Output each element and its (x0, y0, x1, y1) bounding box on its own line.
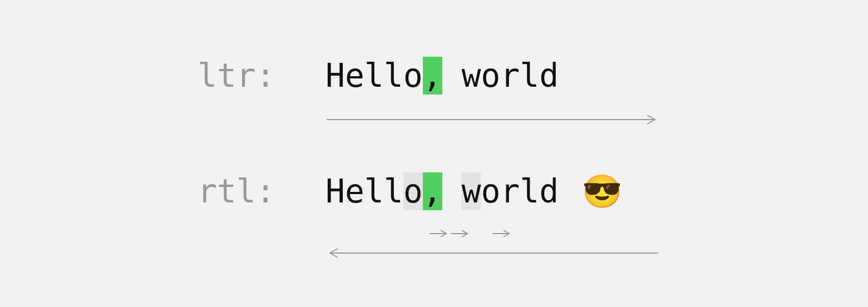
rtl-row: rtl: Hello, world 😎 (198, 172, 622, 210)
rtl-direction-arrow-icon (326, 245, 659, 261)
ltr-text-after: world (442, 57, 559, 95)
ltr-content: Hello, world (326, 57, 559, 95)
rtl-label: rtl: (198, 172, 326, 210)
ltr-direction-arrow-icon (326, 111, 659, 128)
rtl-space (442, 172, 462, 210)
rtl-content: Hello, world 😎 (326, 172, 622, 210)
rtl-char-arrows-icon (428, 225, 529, 242)
ltr-label: ltr: (198, 57, 326, 95)
sunglasses-emoji-icon: 😎 (582, 172, 622, 210)
ltr-highlight-comma: , (423, 57, 442, 95)
rtl-highlight-comma: , (423, 172, 442, 210)
ltr-row: ltr: Hello, world (198, 57, 559, 95)
ltr-text-before: Hello (326, 57, 423, 95)
rtl-gray-o: o (403, 172, 423, 210)
rtl-text-orld: orld (481, 172, 559, 210)
rtl-text-hell: Hell (326, 172, 403, 210)
rtl-gray-w: w (461, 172, 481, 210)
